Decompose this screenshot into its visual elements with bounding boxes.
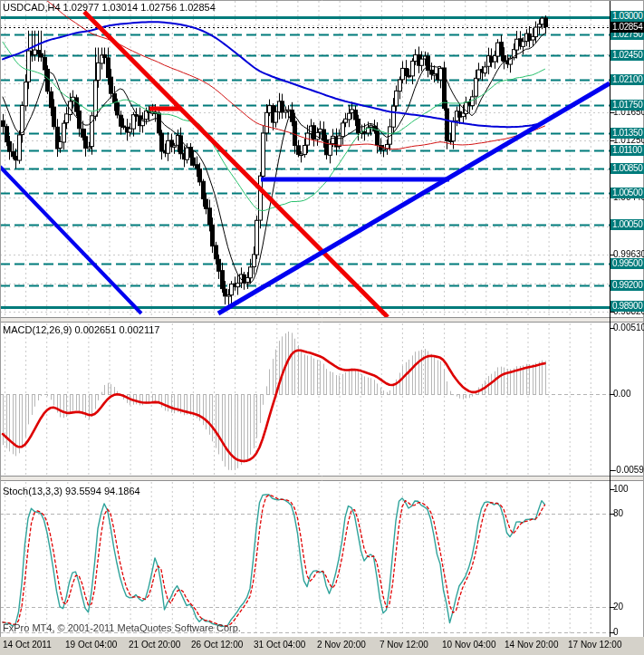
date-axis-label: 17 Nov 12:00: [568, 640, 622, 650]
chart-title: USDCAD,H4 1.02977 1.03014 1.02756 1.0285…: [3, 2, 216, 13]
date-axis-label: 7 Nov 12:00: [380, 640, 428, 650]
macd-axis-label: 0.00510: [613, 323, 644, 333]
price-level-label: 1.01750: [610, 100, 644, 111]
stoch-axis-label: 100: [613, 484, 629, 495]
price-level-label: 1.02100: [610, 74, 644, 85]
macd-axis-label: -0.00598: [613, 465, 644, 476]
date-axis-label: 2 Nov 20:00: [317, 640, 366, 650]
price-level-label: 1.03000: [610, 11, 644, 22]
stoch-axis-label: 20: [613, 602, 623, 612]
price-level-label: 1.01100: [610, 145, 644, 156]
mt4-chart-window: USDCAD,H4 1.02977 1.03014 1.02756 1.0285…: [0, 0, 644, 655]
price-level-label: 1.00050: [610, 219, 644, 230]
price-level-label: 1.02450: [610, 50, 644, 61]
price-level-label: 1.00850: [610, 163, 644, 174]
date-axis-label: 26 Oct 12:00: [191, 640, 243, 650]
platform-watermark: FxPro MT4, © 2001-2011 MetaQuotes Softwa…: [3, 622, 241, 633]
date-axis-label: 19 Oct 04:00: [65, 640, 117, 650]
date-axis-label: 21 Oct 20:00: [129, 640, 180, 650]
stoch-axis-label: 0: [613, 627, 619, 638]
stoch-indicator-label: Stoch(13,3,3) 93.5594 94.1864: [3, 486, 140, 496]
price-level-label: 0.99500: [610, 258, 644, 269]
macd-axis-label: 0.00: [613, 389, 630, 400]
macd-indicator-label: MACD(12,26,9) 0.002651 0.002117: [3, 324, 159, 335]
date-axis-label: 31 Oct 04:00: [254, 640, 305, 650]
price-level-label: 1.01350: [610, 128, 644, 139]
price-level-label: 0.98900: [610, 301, 644, 312]
bid-price-label: 1.02854: [610, 22, 644, 33]
date-axis-label: 14 Nov 20:00: [505, 640, 559, 650]
price-level-label: 0.99200: [610, 280, 644, 291]
stoch-axis-label: 80: [613, 508, 623, 519]
price-level-label: 1.00500: [610, 188, 644, 198]
date-axis-label: 10 Nov 04:00: [442, 640, 496, 650]
date-axis-label: 14 Oct 2011: [3, 640, 52, 650]
